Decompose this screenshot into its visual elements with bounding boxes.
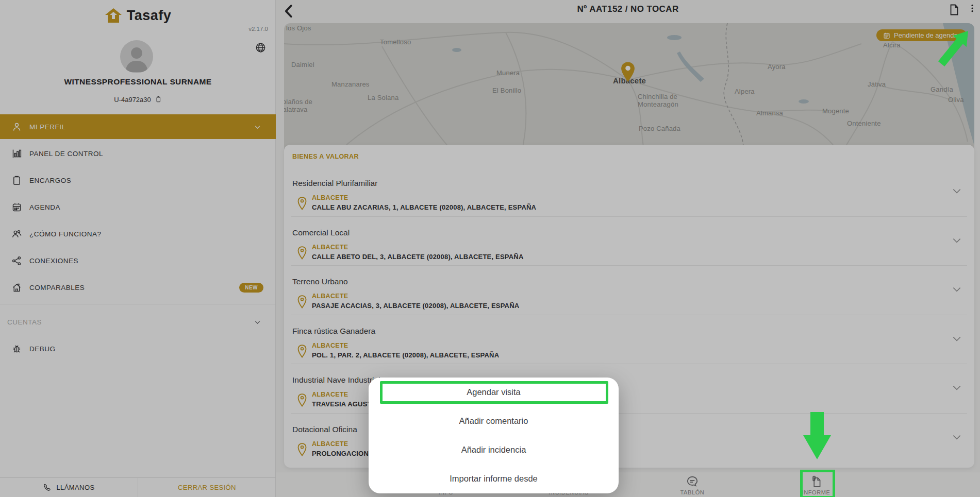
context-menu-modal: Agendar visita Añadir comentario Añadir … (369, 378, 619, 493)
menu-option-anadir-comentario[interactable]: Añadir comentario (369, 406, 619, 435)
app-window: Tasafy v2.17.0 WITNESSPROFESSIONAL SURNA… (0, 0, 980, 497)
menu-option-anadir-incidencia[interactable]: Añadir incidencia (369, 436, 619, 465)
menu-option-importar-informe[interactable]: Importar informe desde (369, 465, 619, 493)
menu-option-agendar-visita[interactable]: Agendar visita (369, 378, 619, 406)
